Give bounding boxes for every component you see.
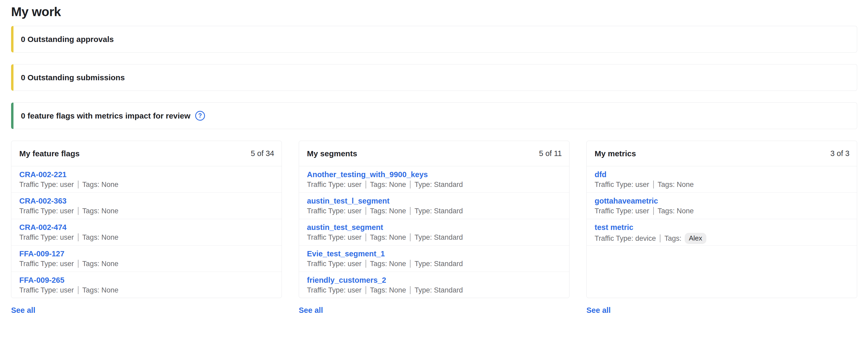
- item-name-link[interactable]: CRA-002-221: [19, 170, 67, 179]
- card-rows: dfd Traffic Type: userTags: None gottaha…: [587, 166, 857, 246]
- item-name-link[interactable]: friendly_customers_2: [307, 275, 386, 285]
- meta-text: Type: Standard: [414, 286, 463, 295]
- alert-0-outstanding-submissions: 0 Outstanding submissions: [11, 64, 857, 91]
- meta-text: Traffic Type: user: [307, 286, 362, 295]
- card-rows: CRA-002-221 Traffic Type: userTags: None…: [11, 166, 282, 298]
- item-meta: Traffic Type: userTags: NoneType: Standa…: [307, 233, 562, 242]
- meta-text: Traffic Type: user: [19, 233, 74, 242]
- meta-separator: [410, 233, 410, 241]
- meta-text: Tags: None: [370, 259, 406, 268]
- meta-text: Traffic Type: user: [307, 180, 362, 189]
- list-item: CRA-002-221 Traffic Type: userTags: None: [11, 166, 282, 193]
- item-name-link[interactable]: CRA-002-474: [19, 223, 67, 232]
- meta-text: Tags: None: [83, 259, 119, 268]
- meta-text: Traffic Type: user: [595, 180, 649, 189]
- meta-text: Tags:: [664, 234, 682, 243]
- list-item: Evie_test_segment_1 Traffic Type: userTa…: [299, 246, 569, 272]
- meta-text: Tags: None: [370, 233, 406, 242]
- item-name-link[interactable]: gottahaveametric: [595, 196, 658, 205]
- cards-section: My feature flags 5 of 34 CRA-002-221 Tra…: [11, 141, 857, 315]
- item-name-link[interactable]: austin_test_l_segment: [307, 196, 390, 205]
- meta-separator: [366, 233, 366, 241]
- meta-text: Tags: None: [83, 286, 119, 295]
- meta-separator: [410, 181, 410, 189]
- alert-0-feature-flags-with-metrics-impact-for-review: 0 feature flags with metrics impact for …: [11, 102, 857, 129]
- my-work-page: My work 0 Outstanding approvals 0 Outsta…: [0, 0, 868, 315]
- item-meta: Traffic Type: userTags: None: [19, 286, 274, 295]
- meta-text: Tags: None: [370, 286, 406, 295]
- meta-text: Traffic Type: user: [307, 207, 362, 215]
- meta-text: Traffic Type: user: [19, 207, 74, 215]
- card-title: My metrics: [595, 149, 636, 158]
- list-item: austin_test_l_segment Traffic Type: user…: [299, 193, 569, 219]
- card-my-feature-flags: My feature flags 5 of 34 CRA-002-221 Tra…: [11, 141, 282, 298]
- see-all-link-my-metrics[interactable]: See all: [586, 306, 611, 315]
- list-item: test metric Traffic Type: deviceTags:Ale…: [587, 219, 857, 246]
- meta-text: Type: Standard: [414, 233, 463, 242]
- meta-text: Tags: None: [370, 207, 406, 215]
- card-header: My metrics 3 of 3: [587, 141, 857, 166]
- card-title: My segments: [307, 149, 357, 158]
- see-all-link-my-feature-flags[interactable]: See all: [11, 306, 35, 315]
- card-my-metrics: My metrics 3 of 3 dfd Traffic Type: user…: [586, 141, 857, 298]
- item-meta: Traffic Type: userTags: None: [19, 259, 274, 268]
- card-column: My feature flags 5 of 34 CRA-002-221 Tra…: [11, 141, 282, 315]
- meta-text: Tags: None: [658, 207, 694, 215]
- alert-label: 0 Outstanding submissions: [21, 73, 125, 82]
- card-my-segments: My segments 5 of 11 Another_testing_with…: [299, 141, 569, 298]
- list-item: austin_test_segment Traffic Type: userTa…: [299, 219, 569, 246]
- item-meta: Traffic Type: userTags: None: [19, 233, 274, 242]
- meta-separator: [366, 260, 366, 268]
- list-item: Another_testing_with_9900_keys Traffic T…: [299, 166, 569, 193]
- meta-separator: [653, 207, 654, 215]
- circle-question-help-icon[interactable]: ?: [195, 111, 205, 121]
- item-name-link[interactable]: austin_test_segment: [307, 223, 383, 232]
- meta-text: Traffic Type: user: [307, 259, 362, 268]
- alert-label: 0 feature flags with metrics impact for …: [21, 112, 190, 120]
- item-name-link[interactable]: Another_testing_with_9900_keys: [307, 170, 428, 179]
- list-item: FFA-009-265 Traffic Type: userTags: None: [11, 272, 282, 298]
- list-item: friendly_customers_2 Traffic Type: userT…: [299, 272, 569, 298]
- meta-separator: [78, 207, 79, 215]
- list-item: gottahaveametric Traffic Type: userTags:…: [587, 193, 857, 219]
- item-meta: Traffic Type: userTags: NoneType: Standa…: [307, 207, 562, 215]
- meta-text: Tags: None: [83, 207, 119, 215]
- item-meta: Traffic Type: userTags: NoneType: Standa…: [307, 286, 562, 295]
- item-name-link[interactable]: test metric: [595, 223, 633, 232]
- meta-separator: [78, 286, 79, 294]
- item-name-link[interactable]: FFA-009-127: [19, 249, 64, 258]
- meta-text: Traffic Type: user: [307, 233, 362, 242]
- card-count: 5 of 11: [539, 149, 562, 158]
- meta-separator: [410, 207, 410, 215]
- alert-label: 0 Outstanding approvals: [21, 35, 114, 44]
- item-meta: Traffic Type: userTags: None: [19, 180, 274, 189]
- item-meta: Traffic Type: userTags: NoneType: Standa…: [307, 259, 562, 268]
- item-name-link[interactable]: dfd: [595, 170, 607, 179]
- see-all-link-my-segments[interactable]: See all: [299, 306, 323, 315]
- alerts-section: 0 Outstanding approvals 0 Outstanding su…: [11, 26, 857, 129]
- list-item: CRA-002-474 Traffic Type: userTags: None: [11, 219, 282, 246]
- tag-badge: Alex: [685, 233, 707, 244]
- item-meta: Traffic Type: deviceTags:Alex: [595, 233, 849, 244]
- meta-text: Type: Standard: [414, 180, 463, 189]
- item-meta: Traffic Type: userTags: None: [595, 180, 849, 189]
- alert-0-outstanding-approvals: 0 Outstanding approvals: [11, 26, 857, 53]
- item-name-link[interactable]: CRA-002-363: [19, 196, 67, 205]
- meta-text: Traffic Type: device: [595, 234, 656, 243]
- item-name-link[interactable]: Evie_test_segment_1: [307, 249, 385, 258]
- card-header: My segments 5 of 11: [299, 141, 569, 166]
- card-title: My feature flags: [19, 149, 80, 158]
- meta-separator: [410, 260, 410, 268]
- list-item: CRA-002-363 Traffic Type: userTags: None: [11, 193, 282, 219]
- page-title: My work: [11, 4, 857, 20]
- item-meta: Traffic Type: userTags: None: [595, 207, 849, 215]
- meta-text: Tags: None: [83, 180, 119, 189]
- meta-separator: [366, 286, 366, 294]
- meta-separator: [653, 181, 654, 189]
- meta-separator: [366, 181, 366, 189]
- meta-text: Tags: None: [658, 180, 694, 189]
- card-count: 5 of 34: [251, 149, 274, 158]
- item-name-link[interactable]: FFA-009-265: [19, 275, 64, 285]
- list-item: dfd Traffic Type: userTags: None: [587, 166, 857, 193]
- meta-separator: [410, 286, 410, 294]
